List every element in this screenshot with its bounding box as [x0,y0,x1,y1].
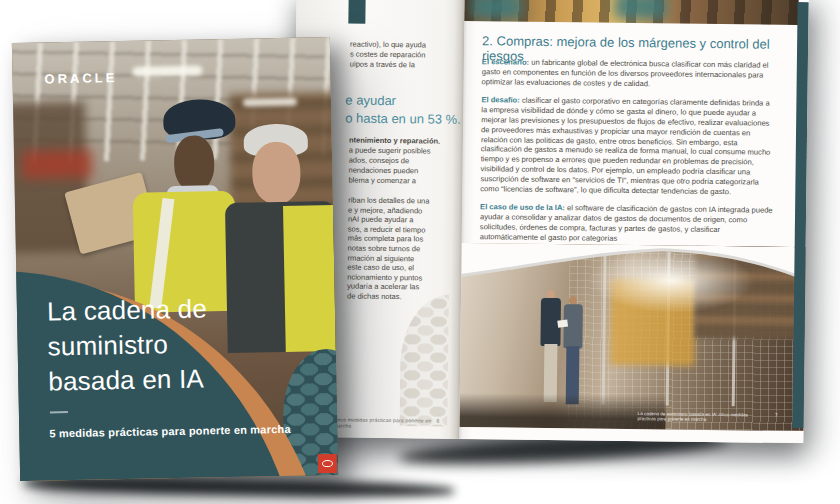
paragraph-label: El caso de uso de la IA: [480,203,565,213]
photo-teal-blob [470,0,522,20]
paragraph-desafio: El desafío: clasificar el gasto corporat… [480,96,777,198]
body-paragraphs: El escenario: un fabricante global de el… [480,57,778,254]
shared-document [557,320,568,328]
open-spread: reactivo), lo que ayudas costes de repar… [291,0,808,443]
wave-edge [461,243,805,287]
ebook-mockup: reactivo), lo que ayudas costes de repar… [0,0,840,504]
left-page-text-fragment-mid: ntenimiento y reparación.a puede sugerir… [348,136,461,187]
right-page: 2. Compras: mejora de los márgenes y con… [459,0,808,443]
left-footer-text: cinco medidas prácticas para ponerte en … [333,416,436,429]
left-page-text-fragment-bottom: riban los detalles de unae y mejore, aña… [347,196,460,303]
right-page-footer: La cadena de suministro basada en IA: ci… [638,411,778,423]
paragraph-label: El escenario: [482,57,529,67]
oracle-red-badge [318,454,337,473]
worker-2-face [252,142,301,205]
left-page-mosaic-pattern [399,294,449,427]
oracle-o-icon [322,460,333,467]
callout-line: e ayudar [345,91,463,110]
red-sign-blur [22,150,93,179]
title-line: La cadena de [47,290,289,330]
right-page-teal-band [792,2,808,428]
text-line: uipos a través de la [350,60,462,71]
paragraph-caso-uso-ia: El caso de uso de la IA: el software de … [480,203,776,246]
ebook-cover: ORACLE La cadena desuministrobasada en I… [12,37,338,481]
worker-1-face [174,135,215,192]
left-page-footer: cinco medidas prácticas para ponerte en … [333,416,439,429]
corridor-floor [459,393,666,430]
cover-title: La cadena desuministrobasada en IA [47,290,290,400]
left-page-text-fragment-top: reactivo), lo que ayudas costes de repar… [350,40,462,71]
paragraph-escenario: El escenario: un fabricante global de el… [482,57,778,90]
title-divider [50,411,68,413]
left-page-teal-tab [348,0,365,24]
right-page-number: 7 [775,413,778,418]
spread-pages: reactivo), lo que ayudas costes de repar… [291,0,808,443]
cover-title-block: La cadena desuministrobasada en IA 5 med… [47,290,291,440]
right-footer-text: La cadena de suministro basada en IA: ci… [638,411,768,423]
left-page-number: 6 [436,418,439,424]
paragraph-label: El desafío: [481,96,520,105]
oracle-wordmark: ORACLE [44,70,117,86]
callout-line: o hasta en un 53 %. [345,109,463,128]
text-line: blema y comenzar a [348,176,460,187]
right-page-top-photo-strip [464,0,798,25]
worker-2-hivis-vest [283,205,338,352]
ceiling-light [243,98,297,107]
warehouse-corridor-photo [459,243,805,431]
title-line: basada en IA [48,360,290,400]
photo-teal-blob [614,0,666,19]
title-line: suministro [47,325,289,365]
ceiling-light [132,65,202,76]
left-page-stat-callout: e ayudaro hasta en un 53 %. [345,91,463,127]
